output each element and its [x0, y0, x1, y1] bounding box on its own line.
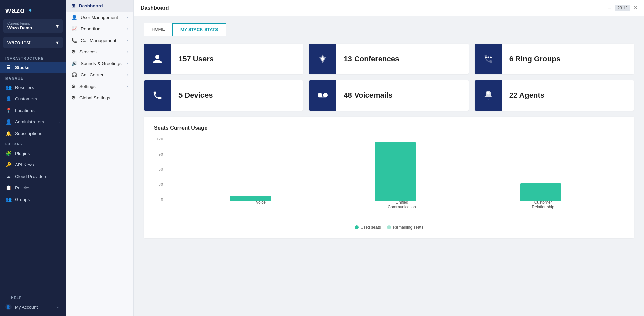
legend-used-label: Used seats [361, 225, 381, 230]
sidebar-item-policies[interactable]: 📋 Policies [0, 182, 66, 194]
sub-nav-call-center-label: Call Center [81, 72, 104, 77]
locations-icon: 📍 [5, 108, 12, 113]
sub-nav: ⊞ Dashboard 👤 User Management › 📈 Report… [66, 0, 134, 316]
sub-nav-call-management-label: Call Management [81, 38, 116, 43]
chart-title: Seats Current Usage [154, 125, 624, 131]
sub-nav-reporting-label: Reporting [81, 26, 101, 31]
user-management-chevron-icon: › [127, 15, 128, 19]
page-title: Dashboard [141, 5, 169, 11]
tenant-selector[interactable]: Current Tenant Wazo Demo ▾ [3, 19, 63, 33]
sub-nav-global-settings[interactable]: ⚙ Global Settings [66, 92, 133, 104]
bar-group-customer-relationship [520, 183, 561, 201]
chart-legend: Used seats Remaining seats [154, 225, 624, 230]
sub-nav-user-management[interactable]: 👤 User Management › [66, 12, 133, 23]
plugins-icon: 🧩 [5, 151, 12, 156]
sidebar-item-plugins[interactable]: 🧩 Plugins [0, 148, 66, 159]
more-icon[interactable]: ··· [57, 304, 61, 310]
extras-section-label: EXTRAS [0, 139, 66, 148]
ring-groups-card-icon [475, 44, 502, 74]
x-label-voice: Voice [240, 200, 281, 209]
sidebar-item-cloud-providers-label: Cloud Providers [15, 174, 47, 179]
sidebar-item-api-keys[interactable]: 🔑 API Keys [0, 159, 66, 171]
page-content: HOME MY STACK STATS 157 Users 13 Confere… [134, 16, 644, 316]
logo: wazo ✦ [0, 0, 66, 19]
sidebar-item-customers[interactable]: 👤 Customers [0, 93, 66, 105]
chart-bars-area: Voice Unified Communication Customer Rel… [167, 137, 624, 201]
sidebar-item-stacks[interactable]: ☰ Stacks [0, 62, 66, 73]
cloud-providers-icon: ☁ [5, 174, 12, 179]
sidebar-item-administrators[interactable]: 👤 Administrators › [0, 116, 66, 128]
svg-point-3 [487, 92, 490, 95]
sidebar-item-subscriptions[interactable]: 🔔 Subscriptions [0, 128, 66, 139]
x-label-cr: Customer Relationship [523, 200, 563, 209]
sidebar-item-resellers-label: Resellers [15, 85, 34, 90]
infrastructure-section-label: INFRASTRUCTURE [0, 53, 66, 62]
settings-icon: ⚙ [71, 84, 76, 89]
my-account-item[interactable]: 👤 My Account ··· [5, 301, 61, 313]
conferences-card-icon [309, 44, 336, 74]
chart-bars [167, 137, 624, 201]
stat-card-ring-groups[interactable]: 6 Ring Groups [475, 44, 634, 74]
sub-nav-call-center[interactable]: 🎧 Call Center › [66, 69, 133, 81]
sub-nav-services[interactable]: ⚙ Services › [66, 46, 133, 58]
sidebar-item-locations[interactable]: 📍 Locations [0, 105, 66, 116]
conferences-value: 13 Conferences [336, 54, 407, 63]
y-label-60: 60 [154, 167, 165, 171]
stat-card-agents[interactable]: 22 Agents [475, 80, 634, 111]
legend-remaining-dot [387, 225, 391, 229]
logo-bird-icon: ✦ [28, 7, 33, 14]
sub-nav-settings[interactable]: ⚙ Settings › [66, 81, 133, 92]
agents-card-icon [475, 80, 502, 111]
devices-value: 5 Devices [171, 91, 220, 100]
tab-home[interactable]: HOME [144, 23, 172, 36]
sidebar-item-plugins-label: Plugins [15, 151, 30, 156]
user-management-icon: 👤 [71, 15, 77, 20]
sidebar-item-customers-label: Customers [15, 96, 37, 101]
sidebar-item-cloud-providers[interactable]: ☁ Cloud Providers [0, 171, 66, 182]
sub-nav-dashboard[interactable]: ⊞ Dashboard [66, 0, 133, 12]
groups-icon: 👥 [5, 197, 12, 202]
tenant-name: Wazo Demo [7, 25, 32, 30]
administrators-chevron-icon: › [59, 120, 61, 124]
chart-y-labels: 0 30 60 90 120 [154, 137, 165, 201]
chart-x-labels: Voice Unified Communication Customer Rel… [180, 200, 624, 209]
close-icon[interactable]: × [634, 4, 637, 12]
sidebar-item-administrators-label: Administrators [15, 119, 44, 125]
bar-cr-used [520, 183, 561, 201]
sidebar-item-resellers[interactable]: 👥 Resellers [0, 82, 66, 93]
account-chevron-icon: ▾ [56, 39, 59, 46]
list-view-icon[interactable]: ≡ [608, 5, 611, 11]
bar-group-unified-communication [375, 142, 416, 201]
chart-section: Seats Current Usage 0 30 60 90 120 [144, 117, 634, 238]
help-label: HELP [5, 293, 61, 301]
y-label-120: 120 [154, 137, 165, 141]
legend-used: Used seats [355, 225, 381, 230]
sub-nav-sounds-greetings[interactable]: 🔊 Sounds & Greetings › [66, 58, 133, 69]
stat-card-conferences[interactable]: 13 Conferences [309, 44, 468, 74]
settings-chevron-icon: › [127, 84, 128, 88]
voicemails-value: 48 Voicemails [336, 91, 400, 100]
stacks-icon: ☰ [5, 65, 12, 70]
stat-card-devices[interactable]: 5 Devices [144, 80, 303, 111]
tab-my-stack-stats[interactable]: MY STACK STATS [172, 23, 226, 36]
stat-cards-row-1: 157 Users 13 Conferences 6 Ring Groups [144, 44, 634, 74]
bar-uc-used [375, 142, 416, 201]
y-label-90: 90 [154, 152, 165, 156]
sub-nav-reporting[interactable]: 📈 Reporting › [66, 23, 133, 35]
tabs: HOME MY STACK STATS [144, 23, 634, 36]
account-selector[interactable]: wazo-test ▾ [3, 37, 63, 48]
chart-container: 0 30 60 90 120 [154, 137, 624, 211]
sub-nav-call-management[interactable]: 📞 Call Management › [66, 35, 133, 46]
stat-cards-row-2: 5 Devices 48 Voicemails 22 Agents [144, 80, 634, 111]
logo-text: wazo [5, 6, 25, 15]
y-label-30: 30 [154, 182, 165, 186]
administrators-icon: 👤 [5, 119, 12, 125]
svg-point-1 [490, 57, 492, 58]
customers-icon: 👤 [5, 96, 12, 101]
sidebar-item-locations-label: Locations [15, 108, 35, 113]
stat-card-voicemails[interactable]: 48 Voicemails [309, 80, 468, 111]
topbar: Dashboard ≡ 23.12 × [134, 0, 644, 16]
sidebar-item-api-keys-label: API Keys [15, 162, 34, 167]
sidebar-item-groups[interactable]: 👥 Groups [0, 194, 66, 205]
stat-card-users[interactable]: 157 Users [144, 44, 303, 74]
